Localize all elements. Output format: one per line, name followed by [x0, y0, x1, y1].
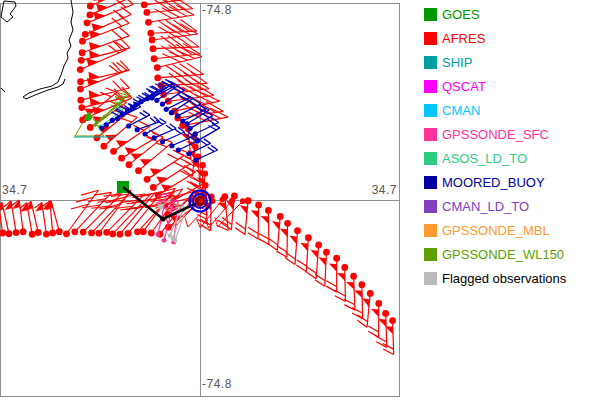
- legend-color-swatch: [424, 272, 437, 285]
- coastline: [1, 88, 5, 92]
- platform-legend: GOES AFRES SHIP QSCAT CMAN GPSSONDE_SFC …: [424, 8, 596, 296]
- legend-item: GPSSONDE_MBL: [424, 224, 596, 237]
- legend-color-swatch: [424, 8, 437, 21]
- series-AFRES_se_arc: [200, 193, 396, 355]
- legend-label: Flagged observations: [442, 271, 566, 286]
- observation-plot-window: -74.8 -74.8 34.7 34.7 GOES AFRES SHIP QS…: [0, 0, 600, 400]
- legend-color-swatch: [424, 152, 437, 165]
- legend-item: GPSSONDE_SFC: [424, 128, 596, 141]
- legend-item: MOORED_BUOY: [424, 176, 596, 189]
- legend-item: CMAN_LD_TO: [424, 200, 596, 213]
- legend-label: GOES: [442, 7, 480, 22]
- legend-item: GOES: [424, 8, 596, 21]
- legend-item: ASOS_LD_TO: [424, 152, 596, 165]
- legend-color-swatch: [424, 200, 437, 213]
- legend-label: GPSSONDE_MBL: [442, 223, 550, 238]
- legend-item: GPSSONDE_WL150: [424, 248, 596, 261]
- longitude-tick-bottom: -74.8: [202, 377, 232, 391]
- legend-item: SHIP: [424, 56, 596, 69]
- legend-label: GPSSONDE_SFC: [442, 127, 549, 142]
- series-AFRES_left_arc: [77, 0, 142, 121]
- coastline: [1, 1, 16, 22]
- storm-center-dot: [199, 199, 203, 203]
- legend-label: CMAN: [442, 103, 480, 118]
- legend-color-swatch: [424, 224, 437, 237]
- legend-item: CMAN: [424, 104, 596, 117]
- legend-label: ASOS_LD_TO: [442, 151, 527, 166]
- legend-label: SHIP: [442, 55, 472, 70]
- legend-label: QSCAT: [442, 79, 486, 94]
- track-vertex-dot: [160, 216, 165, 221]
- map-plot-area[interactable]: -74.8 -74.8 34.7 34.7: [0, 0, 420, 400]
- legend-color-swatch: [424, 32, 437, 45]
- legend-item: Flagged observations: [424, 272, 596, 285]
- latitude-tick-right: 34.7: [335, 183, 397, 197]
- legend-color-swatch: [424, 248, 437, 261]
- series-AFRES_row_left: [0, 200, 63, 238]
- latitude-tick-left: 34.7: [2, 183, 27, 197]
- legend-label: MOORED_BUOY: [442, 175, 545, 190]
- longitude-tick-top: -74.8: [202, 3, 232, 17]
- legend-color-swatch: [424, 176, 437, 189]
- series-AFRES_right_arc: [140, 0, 228, 129]
- legend-label: GPSSONDE_WL150: [442, 247, 564, 262]
- wind-barb-plot[interactable]: [0, 0, 420, 400]
- legend-item: QSCAT: [424, 80, 596, 93]
- legend-color-swatch: [424, 56, 437, 69]
- legend-color-swatch: [424, 128, 437, 141]
- legend-label: CMAN_LD_TO: [442, 199, 529, 214]
- coastline: [23, 0, 73, 99]
- legend-color-swatch: [424, 80, 437, 93]
- legend-color-swatch: [424, 104, 437, 117]
- legend-label: AFRES: [442, 31, 485, 46]
- legend-item: AFRES: [424, 32, 596, 45]
